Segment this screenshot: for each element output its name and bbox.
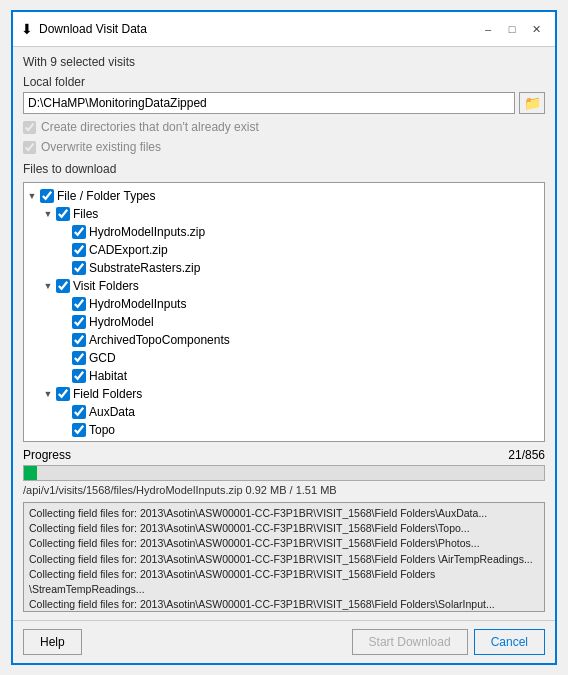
tree-item[interactable]: Habitat [24,367,544,385]
progress-header: Progress 21/856 [23,448,545,462]
tree-item[interactable]: ArchivedTopoComponents [24,331,544,349]
tree-item-label: Field Folders [73,387,142,401]
help-button[interactable]: Help [23,629,82,655]
tree-item[interactable]: CADExport.zip [24,241,544,259]
bottom-bar: Help Start Download Cancel [13,620,555,663]
start-download-button[interactable]: Start Download [352,629,468,655]
tree-expander-icon[interactable]: ▼ [24,191,40,201]
tree-item[interactable]: ▼Files [24,205,544,223]
files-section-label: Files to download [23,162,545,176]
folder-input[interactable] [23,92,515,114]
tree-item-label: Habitat [89,369,127,383]
tree-item-label: GCD [89,351,116,365]
progress-section: Progress 21/856 /api/v1/visits/1568/file… [23,448,545,496]
tree-item[interactable]: SubstrateRasters.zip [24,259,544,277]
tree-item[interactable]: ▼Field Folders [24,385,544,403]
tree-item[interactable]: HydroModelInputs [24,295,544,313]
title-controls: – □ ✕ [477,18,547,40]
tree-item-label: Visit Folders [73,279,139,293]
tree-checkbox[interactable] [72,243,86,257]
main-window: ⬇ Download Visit Data – □ ✕ With 9 selec… [11,10,557,665]
tree-item[interactable]: GCD [24,349,544,367]
tree-checkbox[interactable] [72,351,86,365]
tree-expander-icon[interactable]: ▼ [40,389,56,399]
create-dirs-checkbox[interactable] [23,121,36,134]
tree-item-label: ArchivedTopoComponents [89,333,230,347]
log-line: Collecting field files for: 2013\Asotin\… [29,567,539,597]
log-line: Collecting field files for: 2013\Asotin\… [29,536,539,551]
tree-checkbox[interactable] [56,279,70,293]
folder-label: Local folder [23,75,545,89]
title-bar-left: ⬇ Download Visit Data [21,21,147,37]
tree-checkbox[interactable] [56,387,70,401]
tree-item-label: HydroModel [89,315,154,329]
tree-item-label: AuxData [89,405,135,419]
progress-bar-bg [23,465,545,481]
window-icon: ⬇ [21,21,33,37]
tree-expander-icon[interactable]: ▼ [40,281,56,291]
tree-checkbox[interactable] [56,207,70,221]
tree-item[interactable]: HydroModel [24,313,544,331]
log-line: Collecting field files for: 2013\Asotin\… [29,506,539,521]
minimize-button[interactable]: – [477,18,499,40]
tree-item-label: Topo [89,423,115,437]
tree-item[interactable]: ▼Visit Folders [24,277,544,295]
tree-item[interactable]: AuxData [24,403,544,421]
tree-item[interactable]: ▼File / Folder Types [24,187,544,205]
tree-checkbox[interactable] [72,297,86,311]
tree-checkbox[interactable] [72,369,86,383]
tree-item-label: HydroModelInputs.zip [89,225,205,239]
progress-count: 21/856 [508,448,545,462]
title-bar: ⬇ Download Visit Data – □ ✕ [13,12,555,47]
tree-checkbox[interactable] [72,405,86,419]
tree-item-label: SubstrateRasters.zip [89,261,200,275]
maximize-button[interactable]: □ [501,18,523,40]
tree-checkbox[interactable] [72,333,86,347]
content-area: With 9 selected visits Local folder 📁 Cr… [13,47,555,620]
progress-label: Progress [23,448,71,462]
log-line: Collecting field files for: 2013\Asotin\… [29,597,539,612]
folder-section: Local folder 📁 [23,75,545,114]
log-box[interactable]: Collecting field files for: 2013\Asotin\… [23,502,545,612]
tree-item-label: Files [73,207,98,221]
create-dirs-row: Create directories that don't already ex… [23,120,545,134]
action-buttons: Start Download Cancel [352,629,545,655]
progress-bar-fill [24,466,37,480]
subtitle: With 9 selected visits [23,55,545,69]
tree-expander-icon[interactable]: ▼ [40,209,56,219]
file-tree[interactable]: ▼File / Folder Types▼FilesHydroModelInpu… [23,182,545,442]
tree-item-label: File / Folder Types [57,189,155,203]
tree-checkbox[interactable] [72,423,86,437]
progress-file: /api/v1/visits/1568/files/HydroModelInpu… [23,484,545,496]
overwrite-checkbox[interactable] [23,141,36,154]
folder-row: 📁 [23,92,545,114]
tree-checkbox[interactable] [72,261,86,275]
tree-item-label: HydroModelInputs [89,297,186,311]
window-title: Download Visit Data [39,22,147,36]
overwrite-row: Overwrite existing files [23,140,545,154]
cancel-button[interactable]: Cancel [474,629,545,655]
tree-item[interactable]: Topo [24,421,544,439]
tree-checkbox[interactable] [72,315,86,329]
browse-button[interactable]: 📁 [519,92,545,114]
tree-checkbox[interactable] [72,225,86,239]
overwrite-label: Overwrite existing files [41,140,161,154]
close-button[interactable]: ✕ [525,18,547,40]
create-dirs-label: Create directories that don't already ex… [41,120,259,134]
tree-checkbox[interactable] [40,189,54,203]
log-line: Collecting field files for: 2013\Asotin\… [29,552,539,567]
tree-item-label: CADExport.zip [89,243,168,257]
log-line: Collecting field files for: 2013\Asotin\… [29,521,539,536]
tree-item[interactable]: HydroModelInputs.zip [24,223,544,241]
